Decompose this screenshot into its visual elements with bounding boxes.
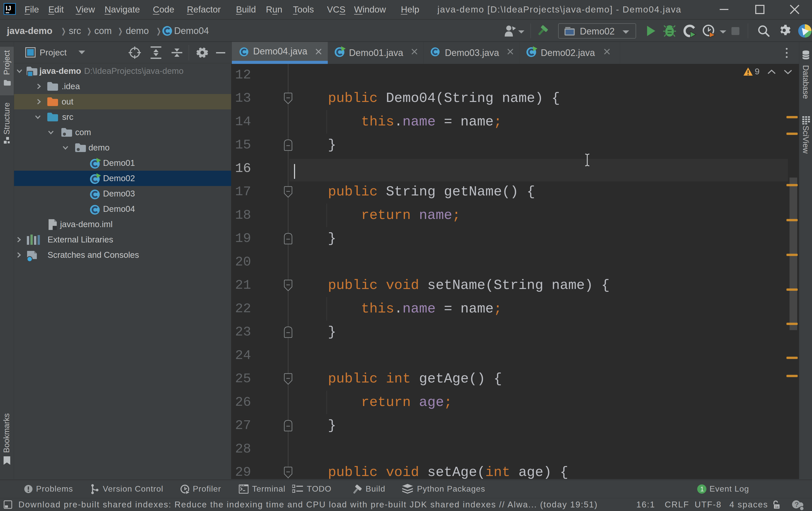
- svg-text:1: 1: [700, 485, 704, 493]
- svg-text:?: ?: [794, 501, 799, 508]
- svg-text:1a: 1a: [775, 505, 779, 509]
